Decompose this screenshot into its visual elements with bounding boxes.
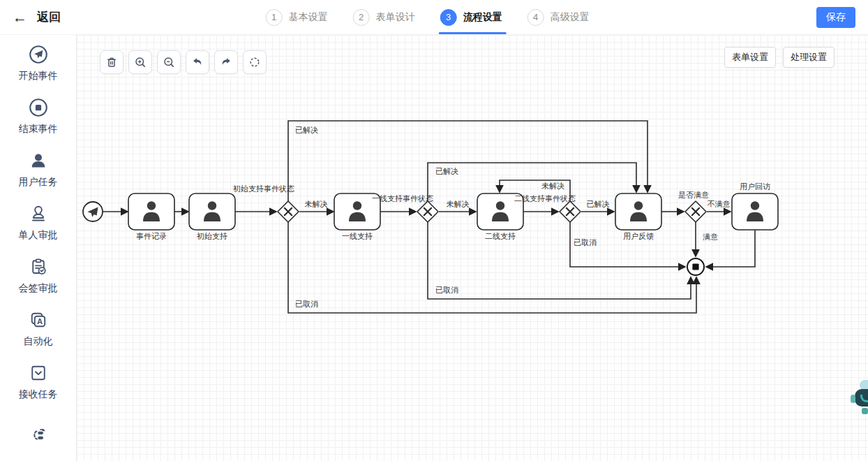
step-label: 表单设计 <box>376 11 415 24</box>
node-label: 二线支持事件状态 <box>514 194 576 203</box>
edge-label: 已解决 <box>435 167 458 175</box>
palette-item-automation[interactable]: 自动化 <box>0 302 76 355</box>
end-square-icon <box>692 263 698 270</box>
edge-label: 已取消 <box>295 300 318 308</box>
palette-item-label: 用户任务 <box>19 176 58 189</box>
app-window: ← 返回 1基本设置2表单设计3流程设置4高级设置 保存 开始事件结束事件用户任… <box>0 0 868 461</box>
palette-item-label: 结束事件 <box>19 123 58 136</box>
bpmn-diagram: 未解决未解决已解决不满意已解决已解决未解决满意已取消已取消已取消 事件记录初始支… <box>77 35 868 461</box>
flow-canvas[interactable]: 表单设置处理设置 未解决未解决已解决不满意已解决已解决未解决满意已取消已取消已取… <box>77 35 868 461</box>
palette-item-single-approval[interactable]: 单人审批 <box>0 196 76 249</box>
user-icon <box>353 201 361 210</box>
user-icon <box>208 201 216 210</box>
node-label: 一线支持 <box>342 232 373 240</box>
palette-item-label: 自动化 <box>24 335 53 348</box>
palette-item-countersign-approval[interactable]: 会签审批 <box>0 249 76 302</box>
step-tab-3[interactable]: 3流程设置 <box>440 0 502 34</box>
save-button[interactable]: 保存 <box>816 7 855 28</box>
node-label: 用户反馈 <box>623 232 654 240</box>
node-gw-satisfied[interactable]: 是否满意 <box>678 191 709 222</box>
edge-gw-initial-resolved[interactable]: 已解决 <box>288 121 648 201</box>
step-indicator: 1基本设置2表单设计3流程设置4高级设置 <box>266 0 590 34</box>
user-icon <box>751 201 759 210</box>
node-label: 事件记录 <box>136 232 167 240</box>
edge-label: 已取消 <box>435 286 458 294</box>
countersign-approval-icon <box>28 256 49 277</box>
node-label: 一线支持事件状态 <box>372 194 433 203</box>
node-label: 初始支持 <box>196 232 227 240</box>
user-task-icon <box>28 150 49 171</box>
node-gw-line1-status[interactable]: 一线支持事件状态 <box>372 194 438 222</box>
palette-item-user-task[interactable]: 用户任务 <box>0 142 76 196</box>
back-button[interactable]: ← 返回 <box>13 9 61 25</box>
user-icon <box>147 201 156 210</box>
header: ← 返回 1基本设置2表单设计3流程设置4高级设置 保存 <box>0 0 868 35</box>
node-gw-line2-status[interactable]: 二线支持事件状态 <box>514 194 581 222</box>
user-icon <box>496 201 504 210</box>
palette-item-label: 接收任务 <box>19 388 58 401</box>
edge-label: 未解决 <box>447 200 470 208</box>
node-label: 用户回访 <box>740 182 770 191</box>
edge-label: 不满意 <box>708 200 731 208</box>
automation-icon <box>28 309 49 330</box>
palette-sidebar: 开始事件结束事件用户任务单人审批会签审批自动化接收任务 <box>0 35 77 461</box>
node-end[interactable] <box>687 258 704 275</box>
palette-item-receive-task[interactable]: 接收任务 <box>0 355 76 408</box>
edge-label: 未解决 <box>305 200 328 208</box>
edge-gw-satisfied-yes[interactable]: 满意 <box>696 222 718 256</box>
palette-item-subprocess[interactable] <box>0 408 76 461</box>
step-number: 4 <box>527 9 544 26</box>
palette-item-label: 单人审批 <box>19 229 58 242</box>
robot-icon <box>855 389 868 407</box>
edge-gw-line2-resolved[interactable]: 已解决 <box>581 200 614 212</box>
edge-label: 已解决 <box>587 200 610 208</box>
back-arrow-icon: ← <box>13 10 27 24</box>
step-tab-4[interactable]: 4高级设置 <box>527 0 590 34</box>
user-icon <box>634 201 643 210</box>
edge-label: 未解决 <box>541 182 564 190</box>
node-incident-record[interactable]: 事件记录 <box>128 193 174 240</box>
palette-item-label: 开始事件 <box>19 70 58 82</box>
node-user-revisit[interactable]: 用户回访 <box>732 182 778 230</box>
edge-label: 满意 <box>703 233 718 241</box>
step-label: 基本设置 <box>289 11 328 24</box>
page-title: 返回 <box>37 9 61 25</box>
palette-item-label: 会签审批 <box>19 282 58 295</box>
edge-gw-initial-unresolved[interactable]: 未解决 <box>299 200 334 212</box>
edge-label: 已取消 <box>574 238 597 247</box>
main-area: 开始事件结束事件用户任务单人审批会签审批自动化接收任务 表单设置处理设置 未解决… <box>0 35 868 461</box>
subprocess-icon <box>28 424 49 445</box>
receive-task-icon <box>28 363 49 383</box>
step-number: 3 <box>440 9 457 26</box>
step-tab-2[interactable]: 2表单设计 <box>353 0 415 34</box>
step-tab-1[interactable]: 1基本设置 <box>266 0 328 34</box>
start-event-icon <box>28 44 49 65</box>
node-gw-initial-status[interactable]: 初始支持事件状态 <box>232 184 299 222</box>
step-label: 高级设置 <box>551 11 590 24</box>
node-label: 是否满意 <box>678 191 709 199</box>
node-label: 二线支持 <box>485 232 516 240</box>
robot-foot <box>862 408 868 414</box>
palette-item-start-event[interactable]: 开始事件 <box>0 36 76 89</box>
ai-assistant-widget[interactable] <box>852 380 868 414</box>
node-user-feedback[interactable]: 用户反馈 <box>615 193 661 240</box>
step-number: 1 <box>266 9 283 26</box>
end-event-icon <box>28 97 49 118</box>
palette-item-end-event[interactable]: 结束事件 <box>0 89 76 142</box>
step-label: 流程设置 <box>463 11 502 24</box>
node-start[interactable] <box>83 202 103 221</box>
edge-gw-line1-unresolved[interactable]: 未解决 <box>439 200 476 212</box>
edge-label: 已解决 <box>295 126 318 134</box>
edge-gw-satisfied-no[interactable]: 不满意 <box>707 200 731 212</box>
node-label: 初始支持事件状态 <box>232 184 294 193</box>
node-initial-support[interactable]: 初始支持 <box>189 193 235 240</box>
single-approval-icon <box>28 203 49 224</box>
step-number: 2 <box>353 9 370 26</box>
